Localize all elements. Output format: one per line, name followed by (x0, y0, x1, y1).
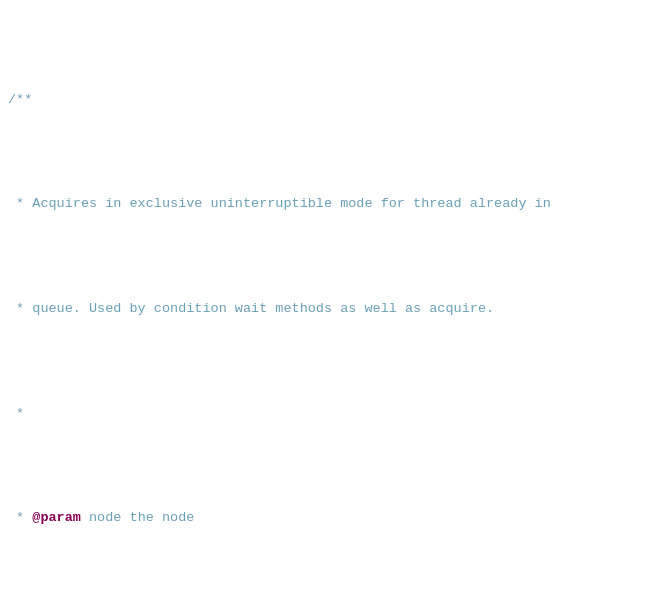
code-line-2: * Acquires in exclusive uninterruptible … (0, 194, 651, 215)
code-text: * (8, 508, 32, 529)
code-text: @param (32, 508, 81, 529)
code-line-1: /** (0, 90, 651, 111)
code-line-3: * queue. Used by condition wait methods … (0, 299, 651, 320)
code-text: * Acquires in exclusive uninterruptible … (8, 194, 551, 215)
code-line-5: * @param node the node (0, 508, 651, 529)
code-block: /** * Acquires in exclusive uninterrupti… (0, 0, 651, 592)
code-text: node the node (81, 508, 194, 529)
code-text: * queue. Used by condition wait methods (8, 299, 340, 320)
code-text: as (405, 299, 421, 320)
code-line-4: * (0, 404, 651, 425)
code-text: /** (8, 90, 32, 111)
code-text: well (356, 299, 405, 320)
code-text: acquire. (421, 299, 494, 320)
code-text: as (340, 299, 356, 320)
code-text: * (8, 404, 24, 425)
